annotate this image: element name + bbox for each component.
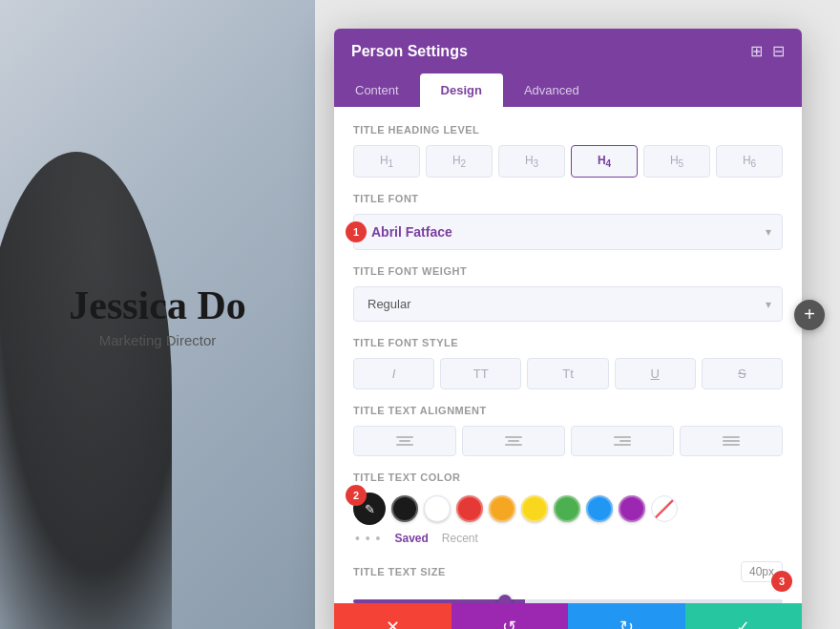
silhouette — [0, 152, 172, 629]
panel-title: Person Settings — [351, 43, 468, 60]
font-label: Title Font — [353, 193, 783, 204]
color-saved-btn[interactable]: Saved — [394, 532, 428, 545]
weight-select-row: Regular Bold Light ▾ — [353, 286, 783, 322]
color-saved-row: • • • Saved Recent — [355, 531, 783, 546]
font-select-row: 1 Abril Fatface Arial Georgia ▾ — [353, 214, 783, 250]
color-swatch-green[interactable] — [554, 495, 580, 522]
resize-icon[interactable]: ⊞ — [750, 42, 763, 60]
style-italic-btn[interactable]: I — [353, 358, 434, 389]
panel-body: Title Heading Level H1 H2 H3 H4 H5 H6 Ti… — [334, 107, 802, 603]
heading-h4-btn[interactable]: H4 — [571, 145, 638, 178]
align-center-btn[interactable] — [462, 426, 565, 456]
heading-level-label: Title Heading Level — [353, 124, 783, 136]
heading-h3-btn[interactable]: H3 — [498, 145, 565, 178]
font-select[interactable]: Abril Fatface Arial Georgia — [353, 214, 783, 250]
color-swatch-white[interactable] — [424, 495, 451, 522]
color-transparent-btn[interactable] — [651, 495, 678, 522]
color-row: 2 ✎ — [353, 493, 783, 525]
color-swatch-purple[interactable] — [619, 495, 645, 522]
font-style-label: Title Font Style — [353, 337, 783, 348]
heading-h5-btn[interactable]: H5 — [643, 145, 710, 178]
size-label-row: Title Text Size 40px 3 — [353, 561, 783, 582]
font-badge: 1 — [346, 221, 367, 242]
color-swatch-blue[interactable] — [586, 495, 613, 522]
size-badge: 3 — [771, 571, 792, 592]
color-recent-btn[interactable]: Recent — [442, 532, 478, 545]
save-button[interactable]: ✓ — [685, 603, 803, 629]
text-color-label: Title Text Color — [353, 472, 783, 483]
text-align-label: Title Text Alignment — [353, 405, 783, 416]
cancel-icon: ✕ — [386, 617, 400, 629]
tabs: Content Design Advanced — [334, 73, 802, 107]
preview-text-area: Jessica Do Marketing Director — [69, 282, 245, 347]
style-row: I TT Tt U S — [353, 358, 783, 389]
redo-icon: ↻ — [620, 617, 634, 629]
person-settings-panel: Person Settings ⊞ ⊟ Content Design Advan… — [334, 29, 802, 629]
preview-name: Jessica Do — [69, 282, 245, 327]
style-capitalize-btn[interactable]: Tt — [527, 358, 608, 389]
font-weight-label: Title Font Weight — [353, 265, 783, 277]
background-preview: Jessica Do Marketing Director — [0, 0, 315, 629]
color-swatch-red[interactable] — [456, 495, 483, 522]
tab-advanced[interactable]: Advanced — [503, 73, 600, 107]
align-row — [353, 426, 783, 456]
color-swatch-yellow[interactable] — [521, 495, 548, 522]
color-swatch-orange[interactable] — [489, 495, 515, 522]
panel-header-icons: ⊞ ⊟ — [750, 42, 785, 60]
undo-icon: ↺ — [502, 617, 516, 629]
cancel-button[interactable]: ✕ — [334, 603, 452, 629]
heading-h2-btn[interactable]: H2 — [426, 145, 493, 178]
tab-content[interactable]: Content — [334, 73, 420, 107]
style-strikethrough-btn[interactable]: S — [702, 358, 783, 389]
style-underline-btn[interactable]: U — [615, 358, 696, 389]
weight-select[interactable]: Regular Bold Light — [353, 286, 783, 322]
layout-icon[interactable]: ⊟ — [772, 42, 785, 60]
preview-subtitle: Marketing Director — [69, 331, 245, 347]
add-button[interactable]: + — [794, 300, 825, 330]
size-slider-row — [353, 590, 783, 603]
heading-h1-btn[interactable]: H1 — [353, 145, 420, 178]
style-uppercase-btn[interactable]: TT — [440, 358, 521, 389]
color-swatch-black[interactable] — [391, 495, 418, 522]
save-icon: ✓ — [736, 617, 750, 629]
align-right-btn[interactable] — [571, 426, 674, 456]
color-more-dots[interactable]: • • • — [355, 531, 381, 546]
align-left-btn[interactable] — [353, 426, 456, 456]
pencil-icon: ✎ — [365, 502, 375, 516]
action-bar: ✕ ↺ ↻ ✓ — [334, 603, 802, 629]
heading-level-row: H1 H2 H3 H4 H5 H6 — [353, 145, 783, 178]
size-label: Title Text Size — [353, 566, 446, 577]
redo-button[interactable]: ↻ — [568, 603, 685, 629]
heading-h6-btn[interactable]: H6 — [716, 145, 783, 178]
align-justify-btn[interactable] — [680, 426, 783, 456]
undo-button[interactable]: ↺ — [452, 603, 569, 629]
panel-header: Person Settings ⊞ ⊟ — [334, 29, 802, 73]
tab-design[interactable]: Design — [420, 73, 503, 107]
